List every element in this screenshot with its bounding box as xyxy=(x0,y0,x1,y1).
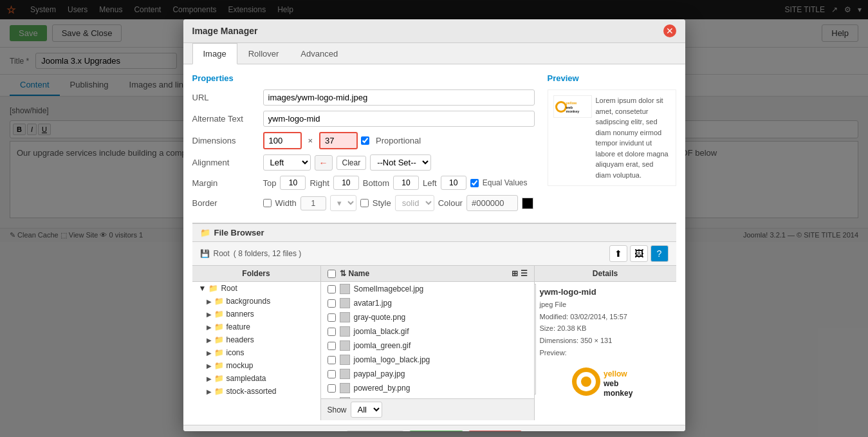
upload-button[interactable]: ⬆ xyxy=(609,245,627,262)
url-input[interactable] xyxy=(263,89,535,106)
margin-left-input[interactable] xyxy=(441,176,466,190)
file-name-avatar1[interactable]: avatar1.jpg xyxy=(354,299,392,308)
files-action-icon[interactable]: ☰ xyxy=(521,269,528,278)
folder-root[interactable]: ▼ 📁 Root xyxy=(192,282,320,295)
modal-footer: ↻ Refresh ✓ Update ✕ Cancel xyxy=(183,425,685,431)
file-gray-quote[interactable]: gray-quote.png xyxy=(321,310,534,324)
margin-bottom-input[interactable] xyxy=(393,176,419,190)
folder-mockup[interactable]: ▶ 📁 mockup xyxy=(192,359,320,372)
file-paypal[interactable]: paypal_pay.jpg xyxy=(321,367,534,381)
show-select[interactable]: All xyxy=(351,402,382,418)
new-folder-button[interactable]: 🖼 xyxy=(630,245,648,262)
dimensions-row: Dimensions × Proportional xyxy=(192,132,535,149)
file-name-someimage[interactable]: SomelImagebcel.jpg xyxy=(354,284,424,293)
proportional-checkbox[interactable] xyxy=(361,136,369,145)
details-header: Details xyxy=(535,266,676,282)
folder-headers[interactable]: ▶ 📁 headers xyxy=(192,333,320,346)
equal-values-checkbox[interactable] xyxy=(470,179,479,187)
select-all-checkbox[interactable] xyxy=(328,270,336,278)
alt-input[interactable] xyxy=(263,111,535,127)
svg-text:yellow: yellow xyxy=(604,369,627,378)
file-cb-someimage[interactable] xyxy=(328,285,336,293)
alignment-label: Alignment xyxy=(192,158,263,167)
margin-right-input[interactable] xyxy=(333,176,359,190)
modal-tab-image[interactable]: Image xyxy=(192,43,237,64)
file-cb-joomla-green[interactable] xyxy=(328,342,336,350)
folder-arrow-sampledata: ▶ xyxy=(207,375,212,382)
file-joomla-black[interactable]: joomla_black.gif xyxy=(321,324,534,339)
file-cb-powered-by[interactable] xyxy=(328,384,336,393)
file-joomla-green[interactable]: joomla_green.gif xyxy=(321,339,534,353)
files-name-header: Name xyxy=(349,269,512,278)
cancel-button[interactable]: ✕ Cancel xyxy=(468,431,522,431)
folder-icon-bg: 📁 xyxy=(214,297,224,306)
not-set-select[interactable]: --Not Set-- xyxy=(370,154,431,171)
file-thumb-avatar1 xyxy=(340,298,350,308)
files-view-toggle[interactable]: ⊞ xyxy=(512,269,518,278)
border-colour-label: Colour xyxy=(438,198,463,208)
height-input[interactable] xyxy=(319,132,358,149)
file-someimage[interactable]: SomelImagebcel.jpg xyxy=(321,282,534,296)
preview-section: Preview yellow web xyxy=(548,73,676,216)
file-joomla-logo-black[interactable]: joomla_logo_black.jpg xyxy=(321,353,534,367)
dimensions-inputs: × Proportional xyxy=(263,132,421,149)
clear-button[interactable]: Clear xyxy=(337,156,367,170)
file-cb-gray-quote[interactable] xyxy=(328,313,336,322)
folder-banners[interactable]: ▶ 📁 banners xyxy=(192,308,320,321)
alignment-select[interactable]: Left Right Center xyxy=(263,154,311,171)
file-cb-paypal[interactable] xyxy=(328,370,336,378)
file-avatar1[interactable]: avatar1.jpg xyxy=(321,296,534,310)
sort-icon[interactable]: ⇅ xyxy=(340,269,346,278)
image-manager-modal: Image Manager ✕ Image Rollover Advanced … xyxy=(183,19,685,431)
file-name-joomla-black[interactable]: joomla_black.gif xyxy=(354,327,409,336)
border-width-input[interactable] xyxy=(300,196,326,210)
url-row: URL xyxy=(192,89,535,106)
folder-name-sampledata: sampledata xyxy=(226,374,266,383)
width-input[interactable] xyxy=(263,132,302,149)
files-show-row: Show All xyxy=(321,398,534,420)
show-label: Show xyxy=(328,405,347,414)
file-name-gray-quote[interactable]: gray-quote.png xyxy=(354,313,406,322)
help-fb-button[interactable]: ? xyxy=(651,245,669,262)
folder-arrow-icons: ▶ xyxy=(207,349,212,357)
modal-title: Image Manager xyxy=(192,26,258,36)
modal-close-button[interactable]: ✕ xyxy=(663,24,676,37)
file-name-joomla-green[interactable]: joomla_green.gif xyxy=(354,341,411,350)
border-colour-swatch[interactable] xyxy=(522,198,533,209)
folder-sampledata[interactable]: ▶ 📁 sampledata xyxy=(192,372,320,385)
file-cb-avatar1[interactable] xyxy=(328,299,336,308)
file-cb-joomla-logo-black[interactable] xyxy=(328,356,336,364)
file-thumb-paypal xyxy=(340,369,350,379)
file-name-joomla-logo-black[interactable]: joomla_logo_black.jpg xyxy=(354,355,430,364)
folder-expand-icon: ▼ xyxy=(199,284,207,293)
border-style-select[interactable]: solid xyxy=(395,195,434,211)
update-button[interactable]: ✓ Update xyxy=(409,431,464,431)
folder-name-root: Root xyxy=(221,284,237,293)
border-colour-input[interactable] xyxy=(466,195,518,211)
file-name-powered-by[interactable]: powered_by.png xyxy=(354,384,411,393)
details-info: jpeg File Modified: 03/02/2014, 15:57 Si… xyxy=(540,299,671,358)
folder-stock-assorted[interactable]: ▶ 📁 stock-assorted xyxy=(192,385,320,398)
folder-backgrounds[interactable]: ▶ 📁 backgrounds xyxy=(192,295,320,308)
details-preview-img: yellow web monkey xyxy=(540,362,671,401)
file-name-paypal[interactable]: paypal_pay.jpg xyxy=(354,369,405,378)
modal-tab-rollover[interactable]: Rollover xyxy=(237,43,290,64)
modal-tab-advanced[interactable]: Advanced xyxy=(290,43,349,64)
alignment-arrow-btn[interactable]: ← xyxy=(315,155,333,171)
svg-text:web: web xyxy=(566,105,573,109)
border-checkbox[interactable] xyxy=(263,199,272,207)
details-size: Size: 20.38 KB xyxy=(540,322,671,335)
border-style-checkbox[interactable] xyxy=(360,199,369,207)
folder-feature[interactable]: ▶ 📁 feature xyxy=(192,321,320,333)
details-preview-svg: yellow web monkey xyxy=(570,362,641,401)
border-width-select[interactable]: ▾ xyxy=(330,195,356,211)
file-cb-joomla-black[interactable] xyxy=(328,328,336,336)
modal-header: Image Manager ✕ xyxy=(183,19,685,43)
svg-text:web: web xyxy=(603,379,618,388)
modal-tabs: Image Rollover Advanced xyxy=(183,43,685,64)
file-powered-by[interactable]: powered_by.png xyxy=(321,381,534,395)
margin-top-input[interactable] xyxy=(280,176,306,190)
refresh-button[interactable]: ↻ Refresh xyxy=(346,431,404,431)
modal-overlay: Image Manager ✕ Image Rollover Advanced … xyxy=(0,0,868,437)
folder-icons[interactable]: ▶ 📁 icons xyxy=(192,346,320,359)
